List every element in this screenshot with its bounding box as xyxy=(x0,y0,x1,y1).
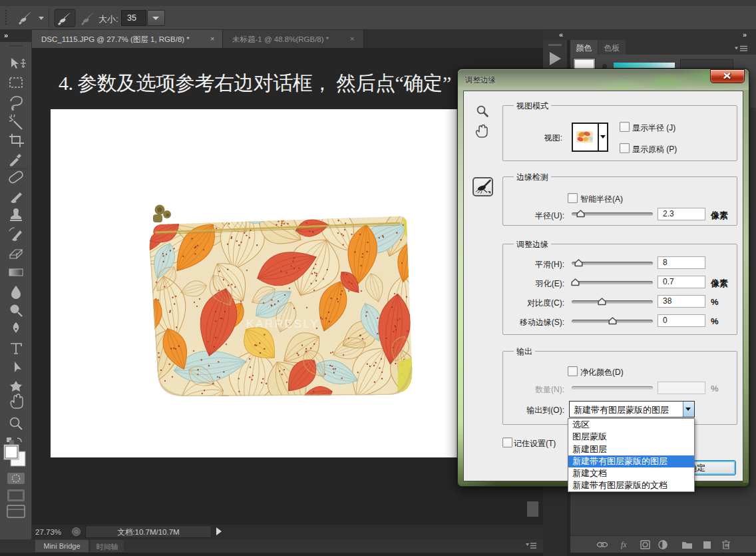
svg-text:KARRESLY: KARRESLY xyxy=(246,318,319,330)
svg-text:fx: fx xyxy=(621,540,627,549)
